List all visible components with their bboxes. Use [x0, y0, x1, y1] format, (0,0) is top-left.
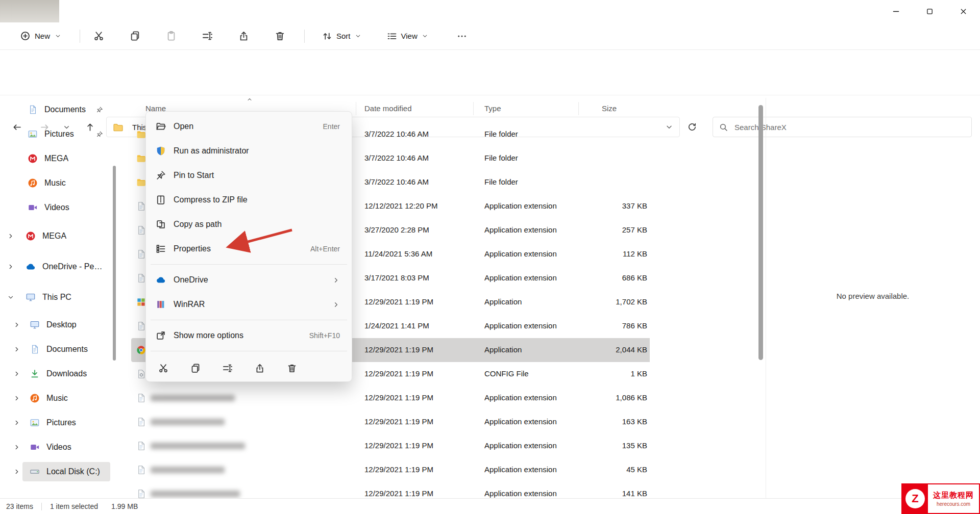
doc-icon — [30, 344, 40, 354]
file-row[interactable]: 12/29/2021 1:19 PM Application extension… — [131, 458, 756, 482]
minimize-button[interactable] — [879, 0, 913, 22]
menu-item-winrar[interactable]: WinRAR — [149, 292, 349, 317]
cut-button[interactable] — [154, 358, 173, 378]
file-list-scrollbar[interactable] — [758, 105, 763, 360]
file-size: 163 KB — [570, 417, 647, 426]
expand-chevron-icon[interactable] — [7, 263, 14, 270]
expand-chevron-icon[interactable] — [13, 346, 20, 353]
share-button[interactable] — [232, 26, 255, 46]
new-button[interactable]: New — [14, 26, 67, 46]
downloads-icon — [30, 369, 40, 379]
close-button[interactable] — [946, 0, 980, 22]
menu-item-open[interactable]: Open Enter — [149, 114, 349, 139]
drive-icon — [30, 467, 40, 477]
sidebar-item-pictures[interactable]: Pictures — [0, 122, 111, 146]
menu-item-properties[interactable]: Properties Alt+Enter — [149, 237, 349, 261]
view-label: View — [401, 32, 418, 40]
watermark-site-url: herecours.com — [937, 501, 970, 507]
sidebar-item-onedrive-perso[interactable]: OneDrive - Perso — [0, 254, 111, 279]
sidebar-item-label: Music — [46, 394, 68, 403]
sidebar-item-this-pc[interactable]: This PC — [0, 285, 111, 310]
file-row[interactable]: 12/29/2021 1:19 PM Application extension… — [131, 410, 756, 434]
onedrive-icon — [156, 275, 166, 285]
expand-chevron-icon[interactable] — [13, 395, 20, 402]
column-header-type[interactable]: Type — [484, 104, 501, 113]
sidebar-scrollbar[interactable] — [113, 166, 116, 361]
view-button[interactable]: View — [382, 26, 433, 46]
file-type: Application — [484, 297, 522, 306]
expand-chevron-icon[interactable] — [13, 444, 20, 451]
rename-button[interactable] — [218, 358, 237, 378]
sidebar-item-documents[interactable]: Documents — [0, 97, 111, 122]
file-date-modified: 12/29/2021 1:19 PM — [364, 441, 433, 450]
sidebar-item-pictures[interactable]: Pictures — [0, 410, 111, 435]
file-type: Application extension — [484, 201, 557, 210]
expand-chevron-icon[interactable] — [13, 370, 20, 377]
sidebar-item-downloads[interactable]: Downloads — [0, 362, 111, 386]
file-row[interactable]: 12/29/2021 1:19 PM Application extension… — [131, 386, 756, 410]
sidebar-item-videos[interactable]: Videos — [0, 435, 111, 459]
plus-circle-icon — [20, 31, 30, 41]
sidebar-item-documents[interactable]: Documents — [0, 337, 111, 362]
menu-item-label: Copy as path — [174, 220, 340, 229]
column-divider[interactable] — [473, 102, 474, 115]
sidebar-item-music[interactable]: Music — [0, 171, 111, 195]
menu-item-label: Pin to Start — [174, 171, 340, 180]
expand-chevron-icon[interactable] — [13, 419, 20, 426]
menu-item-compress-to-zip-file[interactable]: Compress to ZIP file — [149, 188, 349, 212]
rename-button[interactable] — [196, 26, 218, 46]
menu-item-show-more-options[interactable]: Show more options Shift+F10 — [149, 323, 349, 348]
videos-icon — [28, 202, 38, 213]
search-input[interactable] — [733, 122, 965, 132]
mega-icon — [26, 231, 36, 241]
expand-chevron-icon[interactable] — [7, 294, 14, 301]
sidebar-item-mega[interactable]: MEGA — [0, 146, 111, 171]
new-label: New — [35, 32, 50, 40]
file-file-icon — [136, 417, 146, 427]
column-divider[interactable] — [356, 102, 356, 115]
share-icon — [238, 31, 249, 41]
expand-chevron-icon[interactable] — [13, 468, 20, 475]
window-tab[interactable] — [0, 0, 59, 22]
sidebar-item-mega[interactable]: MEGA — [0, 224, 111, 248]
pin-icon — [95, 106, 103, 114]
address-bar-row: This PC Local Disk (C:) Program Files Sh… — [0, 50, 980, 95]
column-header-date-modified[interactable]: Date modified — [364, 104, 412, 113]
status-divider — [41, 503, 42, 510]
sidebar-item-desktop[interactable]: Desktop — [0, 313, 111, 337]
column-divider[interactable] — [578, 102, 579, 115]
see-more-button[interactable] — [452, 26, 472, 46]
delete-button[interactable] — [268, 26, 291, 46]
menu-item-copy-as-path[interactable]: Copy as path — [149, 212, 349, 237]
share-button[interactable] — [250, 358, 270, 378]
props-icon — [156, 244, 166, 254]
maximize-button[interactable] — [913, 0, 946, 22]
sidebar-item-label: MEGA — [44, 154, 68, 163]
onedrive-icon — [26, 262, 36, 272]
copy-button[interactable] — [124, 26, 146, 46]
sidebar-item-label: Documents — [44, 105, 86, 114]
paste-icon — [166, 31, 177, 41]
expand-chevron-icon[interactable] — [13, 321, 20, 328]
file-file-icon — [136, 465, 146, 475]
sidebar-item-videos[interactable]: Videos — [0, 195, 111, 220]
file-file-icon — [136, 225, 146, 235]
menu-item-pin-to-start[interactable]: Pin to Start — [149, 163, 349, 188]
sidebar-item-music[interactable]: Music — [0, 386, 111, 410]
maximize-icon — [926, 8, 934, 15]
file-row[interactable]: 12/29/2021 1:19 PM Application extension… — [131, 434, 756, 458]
menu-item-onedrive[interactable]: OneDrive — [149, 268, 349, 292]
copy-button[interactable] — [186, 358, 205, 378]
sort-button[interactable]: Sort — [317, 26, 366, 46]
cut-button[interactable] — [87, 26, 110, 46]
menu-item-run-as-administrator[interactable]: Run as administrator — [149, 139, 349, 163]
submenu-chevron-icon — [332, 301, 340, 309]
expand-chevron-icon[interactable] — [7, 233, 14, 240]
window-controls — [879, 0, 980, 22]
file-name-redacted — [151, 467, 225, 473]
this-pc-children-section: Desktop Documents Downloads Music Pictur… — [0, 313, 111, 484]
column-header-size[interactable]: Size — [602, 104, 617, 113]
quick-access-section: Documents Pictures MEGA Music Videos — [0, 97, 111, 220]
sidebar-item-local-disk-c-[interactable]: Local Disk (C:) — [0, 459, 111, 484]
delete-button[interactable] — [282, 358, 302, 378]
